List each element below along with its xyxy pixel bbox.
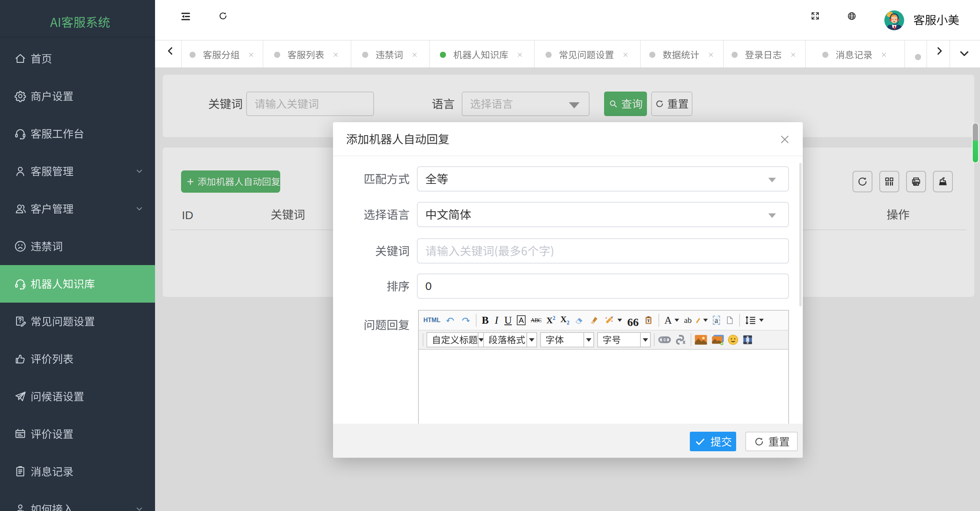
svg-text:T: T <box>647 318 650 323</box>
